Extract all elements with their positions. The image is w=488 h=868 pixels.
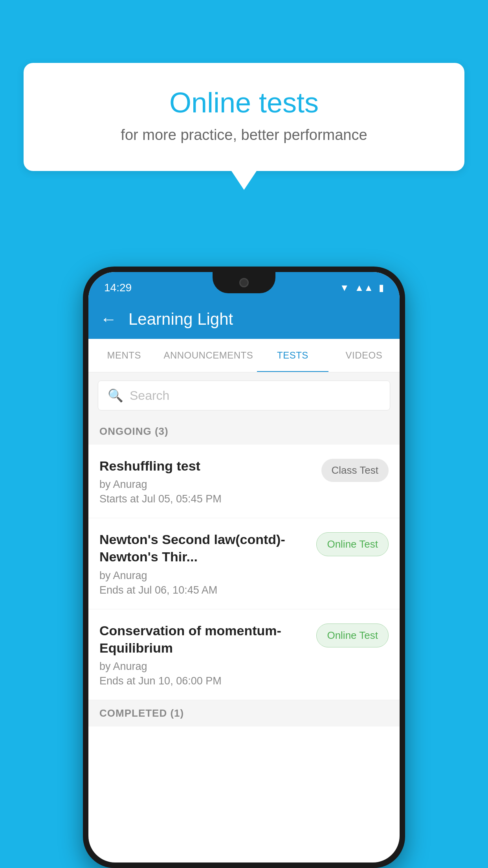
tab-tests[interactable]: TESTS bbox=[257, 339, 328, 372]
speech-bubble-subtitle: for more practice, better performance bbox=[55, 127, 433, 143]
test-author-2: by Anurag bbox=[99, 570, 308, 582]
search-icon: 🔍 bbox=[108, 388, 123, 403]
test-title-3: Conservation of momentum-Equilibrium bbox=[99, 622, 308, 657]
test-title-2: Newton's Second law(contd)-Newton's Thir… bbox=[99, 531, 308, 565]
status-time: 14:29 bbox=[104, 281, 132, 294]
test-time-1: Starts at Jul 05, 05:45 PM bbox=[99, 493, 314, 505]
status-icons: ▼ ▲▲ ▮ bbox=[340, 282, 384, 293]
test-item-1[interactable]: Reshuffling test by Anurag Starts at Jul… bbox=[88, 445, 400, 518]
test-author-3: by Anurag bbox=[99, 660, 308, 673]
tab-announcements[interactable]: ANNOUNCEMENTS bbox=[160, 339, 257, 372]
signal-icon: ▲▲ bbox=[354, 282, 373, 293]
search-bar[interactable]: 🔍 Search bbox=[98, 381, 390, 410]
test-info-3: Conservation of momentum-Equilibrium by … bbox=[99, 622, 308, 687]
ongoing-section-header: ONGOING (3) bbox=[88, 418, 400, 445]
phone-outer: 14:29 ▼ ▲▲ ▮ ← Learning Light MENTS ANNO… bbox=[83, 267, 405, 868]
completed-section-header: COMPLETED (1) bbox=[88, 700, 400, 726]
test-time-3: Ends at Jun 10, 06:00 PM bbox=[99, 675, 308, 687]
speech-bubble: Online tests for more practice, better p… bbox=[24, 63, 464, 171]
test-time-2: Ends at Jul 06, 10:45 AM bbox=[99, 584, 308, 596]
tab-videos[interactable]: VIDEOS bbox=[328, 339, 400, 372]
test-item-3[interactable]: Conservation of momentum-Equilibrium by … bbox=[88, 609, 400, 700]
app-header: ← Learning Light bbox=[88, 300, 400, 339]
test-info-1: Reshuffling test by Anurag Starts at Jul… bbox=[99, 457, 314, 505]
speech-bubble-title: Online tests bbox=[55, 86, 433, 119]
phone-notch bbox=[213, 272, 275, 293]
test-badge-1: Class Test bbox=[321, 459, 389, 482]
tabs-container: MENTS ANNOUNCEMENTS TESTS VIDEOS bbox=[88, 339, 400, 373]
test-item-2[interactable]: Newton's Second law(contd)-Newton's Thir… bbox=[88, 518, 400, 609]
back-button[interactable]: ← bbox=[100, 310, 117, 329]
battery-icon: ▮ bbox=[379, 282, 384, 293]
test-info-2: Newton's Second law(contd)-Newton's Thir… bbox=[99, 531, 308, 596]
phone-camera bbox=[239, 278, 249, 287]
app-title: Learning Light bbox=[128, 310, 233, 329]
search-placeholder: Search bbox=[130, 388, 169, 403]
phone-screen: 14:29 ▼ ▲▲ ▮ ← Learning Light MENTS ANNO… bbox=[88, 272, 400, 862]
speech-bubble-container: Online tests for more practice, better p… bbox=[24, 63, 464, 171]
test-title-1: Reshuffling test bbox=[99, 457, 314, 474]
test-badge-2: Online Test bbox=[316, 532, 389, 556]
test-badge-3: Online Test bbox=[316, 623, 389, 647]
wifi-icon: ▼ bbox=[340, 282, 349, 293]
phone-container: 14:29 ▼ ▲▲ ▮ ← Learning Light MENTS ANNO… bbox=[83, 267, 405, 868]
test-list: Reshuffling test by Anurag Starts at Jul… bbox=[88, 445, 400, 700]
test-author-1: by Anurag bbox=[99, 478, 314, 491]
tab-ments[interactable]: MENTS bbox=[88, 339, 160, 372]
search-container: 🔍 Search bbox=[88, 373, 400, 418]
